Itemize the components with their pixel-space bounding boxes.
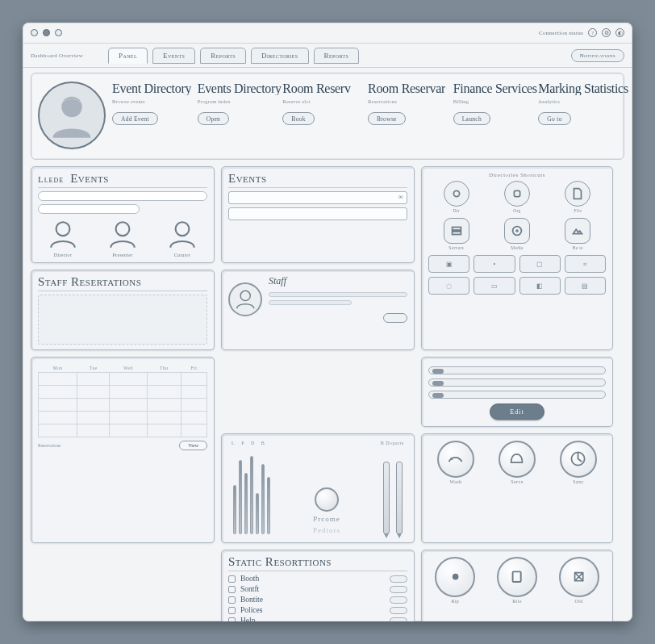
tab-notifications[interactable]: Notifications xyxy=(571,49,624,62)
cal-cell[interactable] xyxy=(147,399,181,412)
events-name-input[interactable]: ∞ xyxy=(228,191,407,204)
person-card[interactable]: Presenter xyxy=(106,217,140,257)
shortcut-servers-icon[interactable] xyxy=(444,218,469,244)
tab-reports[interactable]: Reports xyxy=(200,48,246,64)
cal-cell[interactable] xyxy=(39,412,77,424)
clear-icon[interactable]: ∞ xyxy=(398,193,403,201)
events-search-input[interactable] xyxy=(38,191,207,201)
checkbox-icon[interactable] xyxy=(228,596,236,604)
shortcut-file-icon[interactable] xyxy=(565,181,590,207)
window-max-icon[interactable] xyxy=(55,29,62,36)
action-rip[interactable] xyxy=(435,557,475,597)
cal-cell[interactable] xyxy=(147,386,181,399)
keypad-btn[interactable]: ▭ xyxy=(474,277,515,295)
toggle-icon[interactable] xyxy=(390,596,407,604)
eq-bars[interactable] xyxy=(233,452,270,534)
list-item[interactable]: Bontite xyxy=(228,596,407,604)
feature-button[interactable]: Launch xyxy=(453,112,490,125)
toggle-icon[interactable] xyxy=(390,586,407,593)
slider-2[interactable] xyxy=(428,378,606,387)
toggle-icon[interactable] xyxy=(390,607,407,614)
cal-view-button[interactable]: View xyxy=(179,441,207,450)
slider-3[interactable] xyxy=(428,391,606,399)
cal-cell[interactable] xyxy=(39,373,77,386)
keypad-btn[interactable]: ▢ xyxy=(519,255,561,273)
person-card[interactable]: Director xyxy=(46,217,80,257)
cal-cell[interactable] xyxy=(39,386,77,399)
feature-button[interactable]: Browse xyxy=(368,112,406,125)
tab-events[interactable]: Events xyxy=(152,48,195,64)
staff-avatar[interactable] xyxy=(228,282,262,316)
settings-icon[interactable]: ⚙ xyxy=(602,28,611,37)
keypad-btn[interactable]: ◌ xyxy=(428,277,469,295)
dial-wash[interactable] xyxy=(437,441,474,478)
cal-cell[interactable] xyxy=(181,386,207,399)
feature-button[interactable]: Book xyxy=(282,112,314,125)
shortcut-org-icon[interactable] xyxy=(504,181,530,207)
pen-icon[interactable] xyxy=(383,462,390,534)
action-rile[interactable] xyxy=(497,557,537,597)
cal-cell[interactable] xyxy=(39,399,77,412)
shortcut-dir-icon[interactable] xyxy=(444,181,469,207)
feature-button[interactable]: Add Event xyxy=(112,112,158,125)
window-min-icon[interactable] xyxy=(43,29,50,36)
keypad-btn[interactable]: • xyxy=(474,255,515,273)
cal-cell[interactable] xyxy=(110,412,147,424)
action-old[interactable] xyxy=(559,557,599,597)
user-icon[interactable]: ◐ xyxy=(615,28,624,37)
checkbox-icon[interactable] xyxy=(228,586,236,593)
cal-cell[interactable] xyxy=(110,399,147,412)
cal-cell[interactable] xyxy=(147,373,181,386)
profile-avatar[interactable] xyxy=(38,82,106,149)
tab-directories[interactable]: Directories xyxy=(251,48,308,64)
cal-cell[interactable] xyxy=(147,424,181,437)
staff-action-button[interactable] xyxy=(383,313,407,323)
toggle-icon[interactable] xyxy=(390,617,407,622)
cal-cell[interactable] xyxy=(181,399,207,412)
cal-cell[interactable] xyxy=(110,424,147,437)
feature-button[interactable]: Open xyxy=(198,112,229,125)
edit-button[interactable]: Edit xyxy=(490,404,544,420)
keypad-btn[interactable]: ▤ xyxy=(565,277,606,295)
help-icon[interactable]: ? xyxy=(588,28,597,37)
staff-field-1[interactable] xyxy=(269,292,407,297)
cal-cell[interactable] xyxy=(110,373,147,386)
cal-cell[interactable] xyxy=(181,373,207,386)
cal-cell[interactable] xyxy=(77,399,110,412)
eq-knob[interactable] xyxy=(315,487,339,512)
list-item[interactable]: Sontft xyxy=(228,585,407,593)
list-item[interactable]: Help xyxy=(228,617,407,621)
checkbox-icon[interactable] xyxy=(228,617,236,622)
cal-cell[interactable] xyxy=(77,386,110,399)
cal-cell[interactable] xyxy=(181,412,207,424)
staff-field-2[interactable] xyxy=(269,300,352,305)
shortcut-bete-icon[interactable] xyxy=(565,218,590,244)
cal-cell[interactable] xyxy=(147,412,181,424)
slider-1[interactable] xyxy=(428,366,606,374)
person-card[interactable]: Curator xyxy=(165,217,199,257)
keypad-btn[interactable]: ≡ xyxy=(565,255,606,273)
events-filter-input[interactable] xyxy=(38,204,140,214)
cal-cell[interactable] xyxy=(77,412,110,424)
tab-panel[interactable]: Panel xyxy=(108,48,148,64)
pen-icon[interactable] xyxy=(396,462,403,534)
dial-sync[interactable] xyxy=(560,441,597,478)
cal-cell[interactable] xyxy=(181,424,207,437)
staff-drop-area[interactable] xyxy=(38,295,207,345)
checkbox-icon[interactable] xyxy=(228,607,236,614)
list-item[interactable]: Booth xyxy=(228,575,407,583)
keypad-btn[interactable]: ◧ xyxy=(519,277,561,295)
events-desc-input[interactable] xyxy=(228,207,407,220)
list-item[interactable]: Polices xyxy=(228,606,407,614)
cal-cell[interactable] xyxy=(110,386,147,399)
window-close-icon[interactable] xyxy=(31,29,38,36)
toggle-icon[interactable] xyxy=(390,575,407,583)
shortcut-media-icon[interactable] xyxy=(504,218,530,244)
keypad-btn[interactable]: ▣ xyxy=(428,255,469,273)
feature-button[interactable]: Go to xyxy=(538,112,570,125)
cal-cell[interactable] xyxy=(77,424,110,437)
tab-reports-2[interactable]: Reports xyxy=(314,48,360,64)
cal-cell[interactable] xyxy=(77,373,110,386)
cal-cell[interactable] xyxy=(39,424,77,437)
dial-serve[interactable] xyxy=(499,441,536,478)
